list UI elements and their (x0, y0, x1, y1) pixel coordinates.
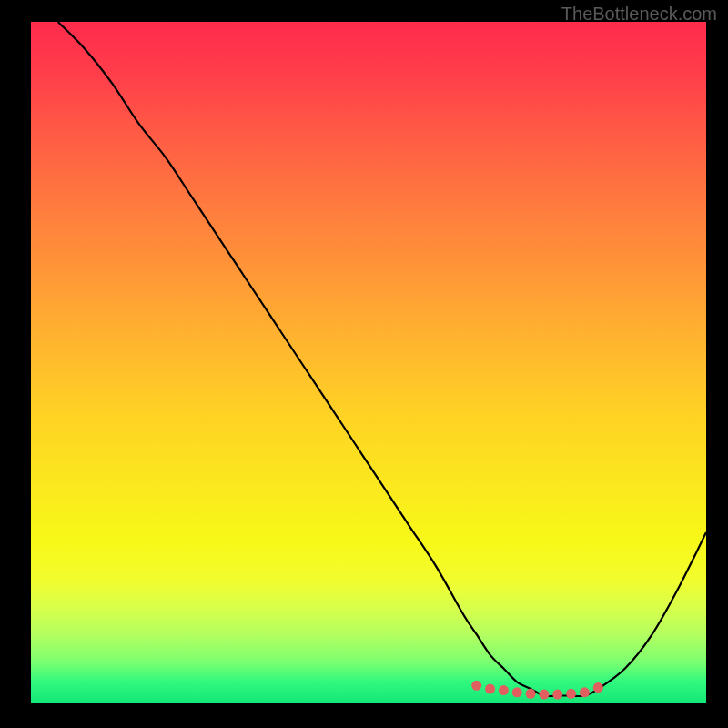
marker-dot (512, 687, 522, 697)
plot-area (31, 22, 706, 703)
marker-dot (593, 682, 603, 693)
marker-dot (471, 681, 481, 691)
bottleneck-curve (58, 22, 706, 696)
marker-dot (485, 684, 495, 694)
marker-dot (566, 689, 576, 699)
optimal-range-dots (471, 681, 603, 700)
marker-dot (526, 689, 536, 699)
chart-svg (31, 22, 706, 703)
marker-dot (499, 685, 509, 695)
marker-dot (580, 687, 590, 697)
marker-dot (552, 690, 562, 700)
watermark-text: TheBottleneck.com (561, 4, 717, 25)
marker-dot (539, 690, 549, 700)
